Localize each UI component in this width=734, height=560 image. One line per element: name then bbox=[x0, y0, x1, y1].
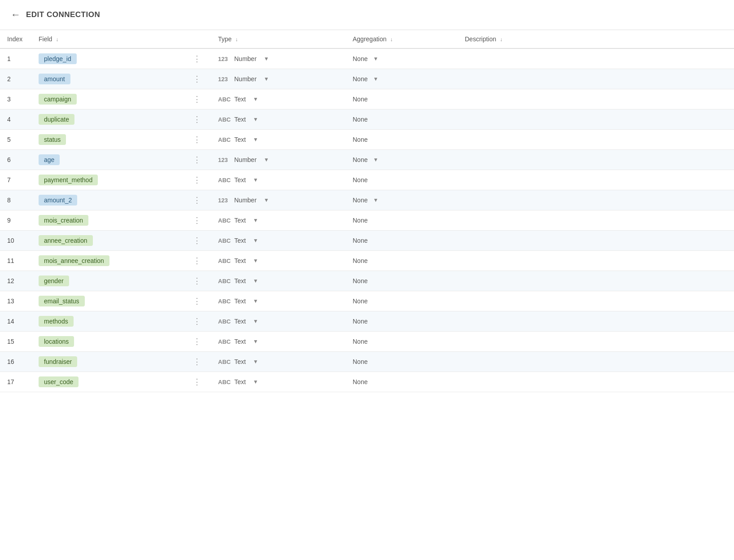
dots-menu-button[interactable]: ⋮ bbox=[191, 175, 204, 184]
type-label: Number bbox=[234, 75, 257, 83]
cell-index: 5 bbox=[0, 130, 31, 150]
dots-menu-button[interactable]: ⋮ bbox=[191, 216, 204, 225]
field-badge[interactable]: duplicate bbox=[39, 114, 74, 125]
cell-field: gender bbox=[31, 271, 184, 291]
field-badge[interactable]: locations bbox=[39, 336, 74, 347]
table-row: 9mois_creation⋮ABCText▼None bbox=[0, 210, 734, 231]
field-badge[interactable]: mois_annee_creation bbox=[39, 255, 109, 266]
col-header-aggregation[interactable]: Aggregation ↓ bbox=[345, 30, 458, 48]
cell-dots-menu: ⋮ bbox=[184, 210, 211, 231]
field-badge[interactable]: mois_creation bbox=[39, 215, 88, 226]
dots-menu-button[interactable]: ⋮ bbox=[191, 236, 204, 245]
field-badge[interactable]: user_code bbox=[39, 376, 79, 387]
cell-type: ABCText▼ bbox=[211, 372, 345, 392]
desc-sort-arrow[interactable]: ↓ bbox=[500, 36, 502, 43]
dots-menu-button[interactable]: ⋮ bbox=[191, 95, 204, 104]
cell-dots-menu: ⋮ bbox=[184, 311, 211, 332]
type-dropdown-arrow[interactable]: ▼ bbox=[264, 157, 269, 163]
cell-dots-menu: ⋮ bbox=[184, 150, 211, 170]
field-badge[interactable]: payment_method bbox=[39, 175, 98, 185]
aggregation-label: None bbox=[353, 358, 367, 365]
table-header-row: Index Field ↓ Type ↓ Aggregation ↓ Descr… bbox=[0, 30, 734, 48]
type-dropdown-arrow[interactable]: ▼ bbox=[253, 338, 258, 345]
cell-type: ABCText▼ bbox=[211, 291, 345, 311]
cell-index: 9 bbox=[0, 210, 31, 231]
dots-menu-button[interactable]: ⋮ bbox=[191, 377, 204, 386]
dots-menu-button[interactable]: ⋮ bbox=[191, 317, 204, 326]
cell-field: locations bbox=[31, 332, 184, 352]
type-sort-arrow[interactable]: ↓ bbox=[235, 36, 238, 43]
field-badge[interactable]: amount_2 bbox=[39, 195, 77, 206]
cell-field: annee_creation bbox=[31, 231, 184, 251]
back-button[interactable]: ← bbox=[11, 9, 21, 21]
cell-field: user_code bbox=[31, 372, 184, 392]
col-header-description[interactable]: Description ↓ bbox=[458, 30, 734, 48]
agg-sort-arrow[interactable]: ↓ bbox=[390, 36, 393, 43]
field-badge[interactable]: pledge_id bbox=[39, 53, 77, 64]
field-badge[interactable]: campaign bbox=[39, 94, 77, 105]
dots-menu-button[interactable]: ⋮ bbox=[191, 256, 204, 265]
field-sort-arrow[interactable]: ↓ bbox=[56, 36, 58, 43]
type-dropdown-arrow[interactable]: ▼ bbox=[253, 177, 258, 183]
type-dropdown-arrow[interactable]: ▼ bbox=[264, 197, 269, 203]
cell-field: mois_creation bbox=[31, 210, 184, 231]
aggregation-dropdown-arrow[interactable]: ▼ bbox=[373, 197, 378, 203]
aggregation-label: None bbox=[353, 257, 367, 264]
dots-menu-button[interactable]: ⋮ bbox=[191, 115, 204, 124]
table-row: 8amount_2⋮123Number▼None▼ bbox=[0, 190, 734, 210]
cell-description bbox=[458, 210, 734, 231]
field-badge[interactable]: fundraiser bbox=[39, 356, 77, 367]
dots-menu-button[interactable]: ⋮ bbox=[191, 357, 204, 366]
cell-field: mois_annee_creation bbox=[31, 251, 184, 271]
field-badge[interactable]: gender bbox=[39, 276, 69, 286]
type-dropdown-arrow[interactable]: ▼ bbox=[253, 318, 258, 324]
type-icon: 123 bbox=[218, 56, 231, 62]
cell-description bbox=[458, 311, 734, 332]
field-badge[interactable]: status bbox=[39, 134, 66, 145]
cell-description bbox=[458, 89, 734, 109]
field-badge[interactable]: age bbox=[39, 154, 60, 165]
dots-menu-button[interactable]: ⋮ bbox=[191, 297, 204, 306]
aggregation-dropdown-arrow[interactable]: ▼ bbox=[373, 56, 378, 62]
field-badge[interactable]: annee_creation bbox=[39, 235, 93, 246]
cell-aggregation: None▼ bbox=[345, 150, 458, 170]
cell-dots-menu: ⋮ bbox=[184, 271, 211, 291]
type-label: Text bbox=[234, 318, 246, 325]
field-badge[interactable]: email_status bbox=[39, 296, 85, 306]
aggregation-dropdown-arrow[interactable]: ▼ bbox=[373, 76, 378, 82]
aggregation-label: None bbox=[353, 156, 367, 163]
col-header-field[interactable]: Field ↓ bbox=[31, 30, 184, 48]
type-label: Text bbox=[234, 277, 246, 284]
type-dropdown-arrow[interactable]: ▼ bbox=[253, 379, 258, 385]
type-dropdown-arrow[interactable]: ▼ bbox=[253, 298, 258, 304]
type-dropdown-arrow[interactable]: ▼ bbox=[264, 56, 269, 62]
field-badge[interactable]: amount bbox=[39, 74, 70, 84]
dots-menu-button[interactable]: ⋮ bbox=[191, 74, 204, 83]
type-dropdown-arrow[interactable]: ▼ bbox=[253, 258, 258, 264]
type-dropdown-arrow[interactable]: ▼ bbox=[253, 217, 258, 223]
dots-menu-button[interactable]: ⋮ bbox=[191, 135, 204, 144]
dots-menu-button[interactable]: ⋮ bbox=[191, 196, 204, 205]
aggregation-label: None bbox=[353, 338, 367, 345]
type-dropdown-arrow[interactable]: ▼ bbox=[253, 278, 258, 284]
table-row: 15locations⋮ABCText▼None bbox=[0, 332, 734, 352]
col-header-type[interactable]: Type ↓ bbox=[211, 30, 345, 48]
type-dropdown-arrow[interactable]: ▼ bbox=[264, 76, 269, 82]
dots-menu-button[interactable]: ⋮ bbox=[191, 276, 204, 285]
dots-menu-button[interactable]: ⋮ bbox=[191, 337, 204, 346]
type-dropdown-arrow[interactable]: ▼ bbox=[253, 237, 258, 244]
aggregation-label: None bbox=[353, 277, 367, 284]
dots-menu-button[interactable]: ⋮ bbox=[191, 54, 204, 63]
type-dropdown-arrow[interactable]: ▼ bbox=[253, 116, 258, 122]
type-dropdown-arrow[interactable]: ▼ bbox=[253, 96, 258, 102]
field-badge[interactable]: methods bbox=[39, 316, 74, 327]
cell-type: ABCText▼ bbox=[211, 89, 345, 109]
aggregation-dropdown-arrow[interactable]: ▼ bbox=[373, 157, 378, 163]
cell-dots-menu: ⋮ bbox=[184, 170, 211, 190]
cell-index: 3 bbox=[0, 89, 31, 109]
dots-menu-button[interactable]: ⋮ bbox=[191, 155, 204, 164]
cell-aggregation: None▼ bbox=[345, 190, 458, 210]
type-dropdown-arrow[interactable]: ▼ bbox=[253, 136, 258, 143]
cell-aggregation: None bbox=[345, 210, 458, 231]
type-dropdown-arrow[interactable]: ▼ bbox=[253, 359, 258, 365]
